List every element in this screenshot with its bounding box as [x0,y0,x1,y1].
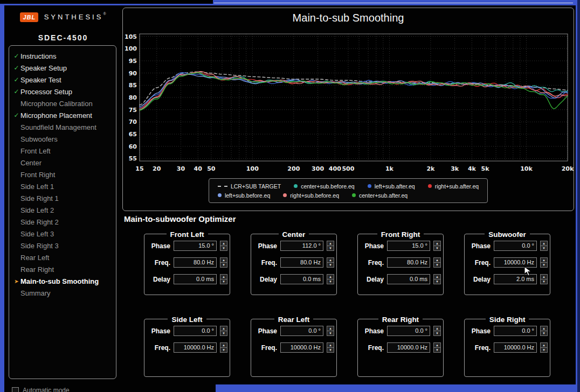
stepper-up-icon[interactable]: ▲ [220,342,227,348]
sidebar-item-microphone-placement[interactable]: ✓Microphone Placement [9,109,116,121]
stepper-down-icon[interactable]: ▼ [433,279,441,284]
front-right-delay-input[interactable]: 0.0 ms [387,274,430,284]
sidebar-item-front-right[interactable]: Front Right [9,169,116,180]
y-axis-tick-label: 100 [125,45,137,52]
side-left-freq-input[interactable]: 10000.0 Hz [174,342,217,353]
stepper-up-icon[interactable]: ▲ [540,241,548,246]
center-freq-input[interactable]: 80.0 Hz [280,257,323,268]
stepper-up-icon[interactable]: ▲ [433,257,441,263]
subwoofer-phase-input[interactable]: 0.0 ° [494,241,537,251]
subwoofer-delay-input[interactable]: 2.0 ms [494,274,537,284]
rear-right-phase-input[interactable]: 0.0 ° [387,326,430,336]
front-left-freq-input[interactable]: 80.0 Hz [174,257,217,268]
stepper-up-icon[interactable]: ▲ [433,241,441,246]
sidebar-item-side-left-3[interactable]: Side Left 3 [9,228,116,240]
sidebar-item-processor-setup[interactable]: ✓Processor Setup [9,86,116,97]
sidebar-item-subwoofers[interactable]: Subwoofers [9,133,116,145]
stepper-up-icon[interactable]: ▲ [220,257,227,263]
stepper-down-icon[interactable]: ▼ [220,263,227,268]
automatic-mode-checkbox[interactable] [12,387,19,392]
sidebar-item-rear-left[interactable]: Rear Left [9,251,116,263]
stepper-up-icon[interactable]: ▲ [540,274,548,279]
sidebar-item-label: Side Left 2 [20,206,54,214]
stepper-down-icon[interactable]: ▼ [540,263,548,268]
stepper-down-icon[interactable]: ▼ [540,279,548,284]
rear-right-freq-input[interactable]: 10000.0 Hz [387,342,430,353]
sidebar-item-label: Soundfield Management [20,123,96,131]
sidebar-item-center[interactable]: Center [9,157,116,169]
stepper-down-icon[interactable]: ▼ [433,348,441,353]
front-right-phase-input[interactable]: 15.0 ° [387,241,430,251]
stepper-down-icon[interactable]: ▼ [433,331,441,336]
sidebar-item-side-right-3[interactable]: Side Right 3 [9,240,116,251]
spinner-control: ▲▼ [433,257,441,268]
center-delay-input[interactable]: 0.0 ms [280,274,323,284]
field-label: Phase [147,327,170,335]
stepper-down-icon[interactable]: ▼ [540,331,548,336]
stepper-up-icon[interactable]: ▲ [327,241,334,246]
spinner-control: ▲▼ [327,274,334,284]
stepper-up-icon[interactable]: ▲ [433,342,441,348]
stepper-down-icon[interactable]: ▼ [220,246,227,251]
sidebar-item-side-left-1[interactable]: Side Left 1 [9,180,116,192]
front-left-phase-input[interactable]: 15.0 ° [174,241,217,251]
stepper-up-icon[interactable]: ▲ [327,326,334,331]
x-axis-tick-label: 4k [468,165,477,172]
stepper-up-icon[interactable]: ▲ [540,257,548,263]
stepper-down-icon[interactable]: ▼ [327,246,334,251]
stepper-down-icon[interactable]: ▼ [327,348,334,353]
spinner-control: ▲▼ [220,241,227,251]
rear-left-freq-input[interactable]: 10000.0 Hz [280,342,323,353]
sidebar-item-speaker-setup[interactable]: ✓Speaker Setup [9,62,116,74]
stepper-up-icon[interactable]: ▲ [433,326,441,331]
side-right-phase-input[interactable]: 0.0 ° [494,326,537,336]
stepper-up-icon[interactable]: ▲ [327,274,334,279]
y-axis-tick-label: 95 [129,58,137,65]
stepper-down-icon[interactable]: ▼ [433,246,441,251]
stepper-down-icon[interactable]: ▼ [220,279,227,284]
stepper-down-icon[interactable]: ▼ [220,348,227,353]
field-label: Phase [253,242,277,250]
stepper-down-icon[interactable]: ▼ [220,331,227,336]
stepper-down-icon[interactable]: ▼ [327,331,334,336]
sidebar-item-soundfield-management[interactable]: Soundfield Management [9,121,116,133]
stepper-up-icon[interactable]: ▲ [327,257,334,263]
front-right-freq-input[interactable]: 80.0 Hz [387,257,430,268]
sidebar-item-front-left[interactable]: Front Left [9,145,116,157]
rear-left-phase-input[interactable]: 0.0 ° [280,326,323,336]
sidebar-item-main-to-sub-smoothing[interactable]: ➤Main-to-sub Smoothing [9,275,116,287]
sidebar-item-side-right-2[interactable]: Side Right 2 [9,216,116,228]
group-title-text: Rear Left [274,316,314,324]
field-row: Delay2.0 ms▲▼ [465,274,550,284]
stepper-up-icon[interactable]: ▲ [220,274,227,279]
stepper-up-icon[interactable]: ▲ [327,342,334,348]
side-left-phase-input[interactable]: 0.0 ° [174,326,217,336]
stepper-up-icon[interactable]: ▲ [220,241,227,246]
sidebar-item-rear-right[interactable]: Rear Right [9,263,116,275]
stepper-up-icon[interactable]: ▲ [433,274,441,279]
group-title-text: Front Right [377,230,424,239]
stepper-down-icon[interactable]: ▼ [540,348,548,353]
stepper-down-icon[interactable]: ▼ [540,246,548,251]
stepper-up-icon[interactable]: ▲ [540,326,548,331]
side-right-freq-input[interactable]: 10000.0 Hz [494,342,537,353]
stepper-down-icon[interactable]: ▼ [433,263,441,268]
sidebar-item-microphone-calibration[interactable]: Microphone Calibration [9,97,116,109]
sidebar-item-label: Center [20,159,42,167]
front-left-delay-input[interactable]: 0.0 ms [174,274,217,284]
sidebar-item-instructions[interactable]: ✓Instructions [9,50,116,62]
sidebar-item-side-left-2[interactable]: Side Left 2 [9,204,116,216]
stepper-up-icon[interactable]: ▲ [540,342,548,348]
sidebar-item-side-right-1[interactable]: Side Right 1 [9,192,116,204]
dashed-line-swatch [218,186,227,187]
subwoofer-freq-input[interactable]: 10000.0 Hz [494,257,537,268]
stepper-down-icon[interactable]: ▼ [327,279,334,284]
sidebar-item-speaker-test[interactable]: ✓Speaker Test [9,74,116,86]
sidebar-item-summary[interactable]: Summary [9,287,116,299]
field-row: Freq.10000.0 Hz▲▼ [465,342,550,353]
stepper-up-icon[interactable]: ▲ [220,326,227,331]
center-phase-input[interactable]: 112.0 ° [280,241,323,251]
stepper-down-icon[interactable]: ▼ [327,263,334,268]
x-axis-tick-label: 200 [287,165,300,172]
group-title: Subwoofer [465,229,550,239]
